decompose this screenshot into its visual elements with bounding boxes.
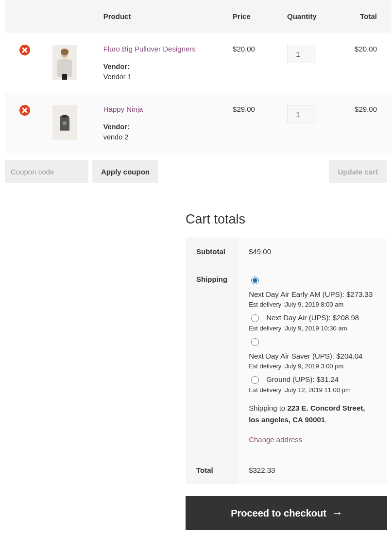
shipping-option: Next Day Air Early AM (UPS): $273.33 Est… [249,275,376,308]
shipping-option-text: Ground (UPS): $31.24 [266,375,339,383]
update-cart-button[interactable]: Update cart [329,160,387,183]
item-total: $29.00 [345,93,392,153]
product-thumbnail[interactable] [52,105,77,140]
shipping-option-label[interactable]: Next Day Air (UPS): $208.98 [249,313,376,322]
shipping-radio[interactable] [251,338,259,346]
product-link[interactable]: Happy Ninja [103,105,143,113]
col-price-header: Price [228,0,282,33]
cart-actions: Apply coupon Update cart [0,160,387,183]
change-address-link[interactable]: Change address [249,435,302,444]
col-total-header: Total [345,0,392,33]
shipping-option-text: Next Day Air Early AM (UPS): $273.33 [249,290,373,298]
remove-item-button[interactable] [19,105,31,117]
vendor-name: Vendor 1 [103,73,223,81]
shipping-radio[interactable] [251,314,259,322]
cart-totals-heading: Cart totals [186,212,387,227]
vendor-name: vendo 2 [103,133,223,141]
arrow-right-icon: → [332,507,342,519]
item-total: $20.00 [345,33,392,93]
shipping-option: Ground (UPS): $31.24 Est delivery :July … [249,375,376,394]
coupon-input[interactable] [5,160,88,183]
table-row: Fluro Big Pullover Designers Vendor: Ven… [5,33,392,93]
total-value: $322.33 [238,456,387,484]
item-price: $29.00 [228,93,282,153]
shipping-options: Next Day Air Early AM (UPS): $273.33 Est… [249,275,376,394]
shipping-estimate: Est delivery :July 12, 2019 11:00 pm [249,386,376,394]
col-remove-header [5,0,43,33]
quantity-stepper[interactable] [287,105,316,123]
quantity-stepper[interactable] [287,45,316,63]
shipping-option-label[interactable]: Next Day Air Early AM (UPS): $273.33 [249,275,376,298]
product-link[interactable]: Fluro Big Pullover Designers [103,45,196,53]
shipping-estimate: Est delivery :July 9, 2019 3:00 pm [249,362,376,370]
product-thumbnail[interactable] [52,45,77,80]
shipping-option-label[interactable]: Ground (UPS): $31.24 [249,375,376,384]
shipping-option-label[interactable]: Next Day Air Saver (UPS): $204.04 [249,337,376,360]
subtotal-value: $49.00 [238,238,387,265]
shipping-option: Next Day Air Saver (UPS): $204.04 Est de… [249,337,376,370]
shipping-label: Shipping [186,265,238,456]
proceed-to-checkout-button[interactable]: Proceed to checkout → [186,496,387,530]
shipping-radio[interactable] [251,276,259,284]
col-product-header: Product [95,0,228,33]
shipping-radio[interactable] [251,376,259,384]
col-thumb-header [43,0,94,33]
apply-coupon-button[interactable]: Apply coupon [92,160,158,183]
shipping-option-text: Next Day Air Saver (UPS): $204.04 [249,352,362,360]
checkout-label: Proceed to checkout [231,508,326,519]
cart-totals-table: Subtotal $49.00 Shipping Next Day Air Ea… [186,238,387,484]
vendor-label: Vendor: [103,123,223,131]
shipping-option-text: Next Day Air (UPS): $208.98 [266,313,359,322]
col-qty-header: Quantity [282,0,345,33]
item-price: $20.00 [228,33,282,93]
shipping-estimate: Est delivery :July 9, 2019 10:30 am [249,325,376,332]
vendor-label: Vendor: [103,63,223,70]
table-row: Happy Ninja Vendor: vendo 2 $29.00 $29.0… [5,93,392,153]
shipping-option: Next Day Air (UPS): $208.98 Est delivery… [249,313,376,332]
svg-point-5 [62,115,67,118]
svg-point-6 [63,121,67,125]
total-label: Total [186,456,238,484]
shipping-estimate: Est delivery :July 9, 2019 8:00 am [249,301,376,308]
cart-totals-section: Cart totals Subtotal $49.00 Shipping Nex… [186,212,387,530]
shipping-cell: Next Day Air Early AM (UPS): $273.33 Est… [238,265,387,456]
shipping-destination: Shipping to 223 E. Concord Street, los a… [249,402,376,426]
remove-item-button[interactable] [19,45,31,56]
cart-table: Product Price Quantity Total Fluro Big P… [5,0,392,153]
subtotal-label: Subtotal [186,238,238,265]
